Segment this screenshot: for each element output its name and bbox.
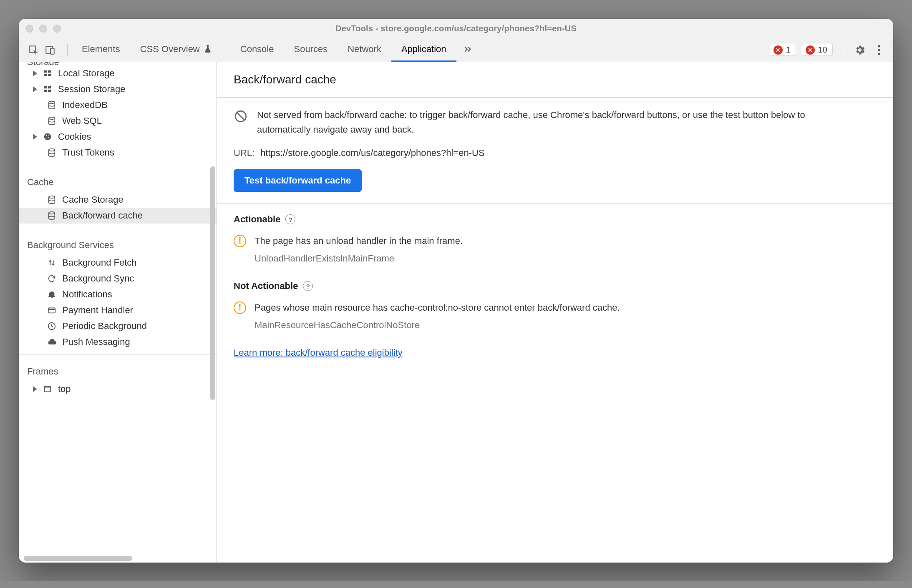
sidebar-item-trust-tokens[interactable]: Trust Tokens	[19, 145, 217, 161]
tab-application[interactable]: Application	[391, 38, 456, 62]
sidebar-item-bg-fetch[interactable]: Background Fetch	[19, 255, 217, 271]
svg-rect-2	[50, 48, 54, 54]
sidebar-item-top-frame[interactable]: top	[19, 381, 217, 397]
tab-network[interactable]: Network	[338, 38, 391, 62]
application-sidebar: Storage Local Storage Session Storage In…	[19, 62, 217, 563]
section-title-not-actionable: Not Actionable	[234, 281, 298, 291]
issue-code: UnloadHandlerExistsInMainFrame	[254, 253, 877, 264]
test-bfcache-button[interactable]: Test back/forward cache	[234, 169, 362, 192]
button-label: Test back/forward cache	[244, 175, 351, 186]
sidebar-item-bg-sync[interactable]: Background Sync	[19, 271, 217, 286]
errors-badge-2[interactable]: ✕ 10	[802, 44, 833, 56]
sidebar-item-periodic-bg[interactable]: Periodic Background	[19, 318, 217, 334]
sidebar-item-websql[interactable]: Web SQL	[19, 113, 217, 129]
sidebar-item-local-storage[interactable]: Local Storage	[19, 65, 217, 81]
card-icon	[46, 305, 57, 316]
titlebar: DevTools - store.google.com/us/category/…	[19, 19, 893, 38]
sidebar-item-label: Cookies	[58, 131, 91, 142]
sidebar-item-cookies[interactable]: Cookies	[19, 129, 217, 145]
sidebar-item-label: Notifications	[62, 289, 112, 300]
sidebar-scrollbar-v[interactable]	[210, 116, 215, 492]
error-icon: ✕	[806, 45, 815, 55]
devtools-window: DevTools - store.google.com/us/category/…	[19, 19, 893, 563]
svg-point-16	[44, 133, 51, 141]
sidebar-item-label: Periodic Background	[62, 321, 147, 332]
cookie-icon	[42, 131, 53, 142]
main-tabstrip: Elements CSS Overview Console Sources Ne…	[19, 38, 893, 62]
more-tabs[interactable]	[456, 38, 479, 62]
chevrons-right-icon	[462, 44, 473, 55]
svg-point-23	[49, 212, 55, 214]
svg-rect-12	[44, 90, 47, 92]
cloud-icon	[46, 337, 57, 347]
close-window[interactable]	[25, 25, 33, 33]
svg-point-22	[49, 196, 55, 199]
help-icon[interactable]: ?	[303, 281, 313, 291]
sync-icon	[46, 273, 57, 284]
svg-point-14	[49, 101, 55, 104]
divider	[843, 44, 843, 56]
svg-rect-24	[48, 308, 55, 313]
notice-text: Not served from back/forward cache: to t…	[257, 108, 841, 137]
disclosure-triangle-icon	[33, 86, 37, 92]
sidebar-item-label: Session Storage	[58, 84, 125, 95]
help-icon[interactable]: ?	[285, 214, 295, 224]
sidebar-item-payment[interactable]: Payment Handler	[19, 302, 217, 318]
sidebar-item-label: Push Messaging	[62, 337, 130, 347]
db-stack-icon	[46, 100, 57, 111]
main-content: Back/forward cache Not served from back/…	[217, 62, 893, 563]
url-label: URL:	[234, 148, 254, 158]
warning-icon: !	[234, 235, 246, 247]
clock-icon	[46, 321, 57, 332]
tab-list: Elements CSS Overview Console Sources Ne…	[72, 38, 479, 62]
tab-label: Elements	[82, 44, 120, 55]
settings-button[interactable]	[853, 44, 867, 56]
gear-icon	[854, 44, 866, 56]
tab-css-overview[interactable]: CSS Overview	[130, 38, 222, 62]
issue-text: The page has an unload handler in the ma…	[254, 236, 463, 246]
sidebar-item-indexeddb[interactable]: IndexedDB	[19, 97, 217, 113]
tab-sources[interactable]: Sources	[284, 38, 338, 62]
svg-rect-11	[48, 86, 51, 89]
svg-rect-7	[48, 70, 51, 73]
more-options[interactable]	[872, 44, 886, 56]
tab-label: Console	[240, 44, 274, 55]
tab-label: Sources	[294, 44, 328, 55]
issue-code: MainResourceHasCacheControlNoStore	[254, 320, 877, 331]
disclosure-triangle-icon	[33, 134, 37, 140]
tab-label: Application	[401, 44, 446, 55]
inspect-element-icon[interactable]	[28, 45, 39, 55]
errors-badge-1[interactable]: ✕ 1	[770, 44, 796, 56]
frame-icon	[42, 384, 53, 395]
sidebar-item-label: Back/forward cache	[62, 210, 143, 221]
db-stack-icon	[46, 116, 57, 126]
learn-more-link[interactable]: Learn more: back/forward cache eligibili…	[234, 347, 403, 358]
svg-point-4	[878, 49, 880, 51]
sidebar-item-label: Trust Tokens	[62, 147, 114, 158]
error-icon: ✕	[773, 45, 783, 55]
sidebar-item-bfcache[interactable]: Back/forward cache	[19, 208, 217, 224]
error-count: 1	[786, 45, 791, 55]
svg-rect-10	[44, 86, 47, 89]
tab-label: Network	[348, 44, 381, 55]
divider	[67, 44, 68, 56]
sidebar-item-label: Cache Storage	[62, 194, 123, 205]
sidebar-item-notifications[interactable]: Notifications	[19, 286, 217, 302]
sidebar-item-push[interactable]: Push Messaging	[19, 334, 217, 350]
section-title-actionable: Actionable	[234, 214, 280, 225]
sidebar-item-session-storage[interactable]: Session Storage	[19, 81, 217, 97]
sidebar-scrollbar-h[interactable]	[19, 554, 217, 563]
sidebar-group-bg: Background Services	[19, 232, 217, 255]
svg-rect-13	[48, 90, 51, 92]
sidebar-item-label: Background Fetch	[62, 257, 137, 268]
svg-point-5	[878, 53, 880, 55]
tab-console[interactable]: Console	[230, 38, 284, 62]
sidebar-item-cache-storage[interactable]: Cache Storage	[19, 192, 217, 208]
sidebar-item-label: Background Sync	[62, 273, 134, 284]
zoom-window[interactable]	[53, 25, 61, 33]
tab-elements[interactable]: Elements	[72, 38, 130, 62]
minimize-window[interactable]	[39, 25, 47, 33]
device-toolbar-icon[interactable]	[45, 45, 55, 55]
kebab-icon	[877, 44, 881, 56]
updown-icon	[46, 257, 57, 268]
